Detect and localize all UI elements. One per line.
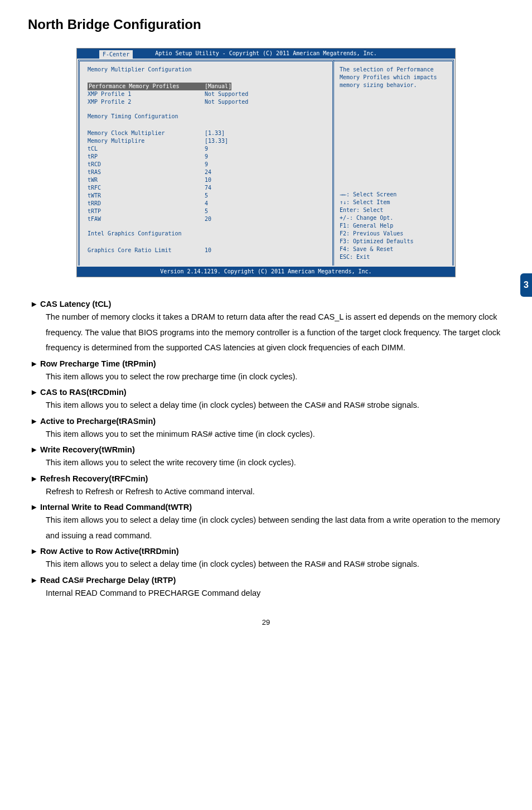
bios-tab-fcenter[interactable]: F-Center [99, 50, 133, 59]
bios-value: 10 [205, 176, 211, 184]
bios-label: Memory Multiplire [88, 137, 205, 145]
bios-value: 9 [205, 161, 208, 168]
bios-value: 9 [205, 145, 208, 153]
bios-header: Aptio Setup Utility - Copyright (C) 2011… [77, 49, 455, 59]
doc-text: This item allows you to select the row p… [46, 369, 504, 385]
bios-value: 74 [205, 184, 211, 192]
bios-label: tRFC [88, 184, 205, 192]
bios-row[interactable]: Memory Clock Multiplier[1.33] [88, 129, 328, 137]
bios-help-description: The selection of Performance Memory Prof… [340, 66, 448, 89]
bios-row[interactable]: tRCD9 [88, 161, 328, 168]
bios-header-text: Aptio Setup Utility - Copyright (C) 2011… [155, 50, 376, 56]
arrow-icon: ► [30, 474, 40, 483]
bios-footer: Version 2.14.1219. Copyright (C) 2011 Am… [77, 267, 455, 277]
bios-label: tCL [88, 145, 205, 153]
doc-heading: ►Row Active to Row Active(tRRDmin) [30, 547, 504, 556]
bios-row-xmp2[interactable]: XMP Profile 2 Not Supported [88, 98, 328, 106]
doc-text: Internal READ Command to PRECHARGE Comma… [46, 586, 504, 601]
bios-label: tWTR [88, 192, 205, 200]
bios-label: XMP Profile 1 [88, 90, 205, 98]
doc-heading: ►Active to Precharge(tRASmin) [30, 417, 504, 426]
arrow-icon: ► [30, 445, 40, 454]
help-key: →←: Select Screen [340, 191, 448, 199]
bios-window: Aptio Setup Utility - Copyright (C) 2011… [76, 48, 456, 277]
bios-value: 5 [205, 192, 208, 200]
bios-help-keys: →←: Select Screen ↑↓: Select Item Enter:… [340, 191, 448, 261]
doc-list: ►CAS Latency (tCL)The number of memory c… [28, 300, 504, 601]
bios-row[interactable]: tRFC74 [88, 184, 328, 192]
bios-row[interactable]: Memory Multiplire[13.33] [88, 137, 328, 145]
doc-heading: ►Internal Write to Read Command(tWTR) [30, 503, 504, 512]
arrow-icon: ► [30, 547, 40, 556]
help-key: F2: Previous Values [340, 230, 448, 238]
bios-label: tWR [88, 176, 205, 184]
bios-label: tRRD [88, 200, 205, 208]
bios-label: Performance Memory Profiles [88, 83, 205, 90]
bios-label: XMP Profile 2 [88, 98, 205, 106]
doc-text: This item allows you to select a delay t… [46, 398, 504, 413]
bios-label: tRCD [88, 161, 205, 168]
arrow-icon: ► [30, 503, 40, 512]
help-key: Enter: Select [340, 206, 448, 214]
bios-row[interactable]: tFAW20 [88, 215, 328, 223]
bios-value: 10 [205, 247, 211, 254]
bios-value: [1.33] [205, 129, 225, 137]
bios-value: 9 [205, 153, 208, 161]
bios-row[interactable]: tCL9 [88, 145, 328, 153]
bios-section-memory-timing: Memory Timing Configuration [88, 113, 328, 120]
bios-row[interactable]: tRP9 [88, 153, 328, 161]
bios-row-xmp1[interactable]: XMP Profile 1 Not Supported [88, 90, 328, 98]
bios-label: Memory Clock Multiplier [88, 129, 205, 137]
arrow-icon: ► [30, 300, 40, 308]
doc-heading: ►Write Recovery(tWRmin) [30, 445, 504, 454]
bios-value: Not Supported [205, 90, 248, 98]
doc-heading: ►Row Precharge Time (tRPmin) [30, 359, 504, 368]
doc-heading: ►CAS Latency (tCL) [30, 300, 504, 308]
bios-label: tRTP [88, 208, 205, 215]
arrow-icon: ► [30, 388, 40, 397]
bios-label: Graphics Core Ratio Limit [88, 247, 205, 254]
bios-row-performance-profiles[interactable]: Performance Memory Profiles [Manual] [88, 83, 328, 90]
doc-heading: ►Refresh Recovery(tRFCmin) [30, 474, 504, 483]
doc-text: This item allows you to select the write… [46, 455, 504, 471]
bios-section-intel-graphics: Intel Graphics Configuration [88, 230, 328, 238]
doc-text: This item allows you to select a delay t… [46, 513, 504, 543]
bios-row-graphics-core-ratio[interactable]: Graphics Core Ratio Limit 10 [88, 247, 328, 254]
bios-row[interactable]: tRAS24 [88, 168, 328, 176]
bios-section-memory-multiplier: Memory Multiplier Configuration [88, 66, 328, 74]
doc-text: The number of memory clocks it takes a D… [46, 310, 504, 356]
help-key: F4: Save & Reset [340, 245, 448, 253]
bios-row[interactable]: tWR10 [88, 176, 328, 184]
help-key: +/-: Change Opt. [340, 214, 448, 222]
bios-label: tRP [88, 153, 205, 161]
page-number: 29 [28, 618, 504, 626]
bios-row[interactable]: tWTR5 [88, 192, 328, 200]
doc-text: This item allows you to select a delay t… [46, 557, 504, 572]
bios-value: 20 [205, 215, 211, 223]
doc-heading: ►Read CAS# Precharge Delay (tRTP) [30, 576, 504, 585]
bios-value: [13.33] [205, 137, 228, 145]
arrow-icon: ► [30, 359, 40, 368]
bios-value: 4 [205, 200, 208, 208]
doc-text: This item allows you to set the minimum … [46, 427, 504, 442]
page-title: North Bridge Configuration [28, 17, 504, 32]
bios-label: tRAS [88, 168, 205, 176]
arrow-icon: ► [30, 576, 40, 585]
doc-heading: ►CAS to RAS(tRCDmin) [30, 388, 504, 397]
bios-row[interactable]: tRRD4 [88, 200, 328, 208]
doc-text: Refresh to Refresh or Refresh to Active … [46, 484, 504, 500]
bios-main-panel: Memory Multiplier Configuration Performa… [78, 60, 334, 266]
help-key: F3: Optimized Defaults [340, 238, 448, 245]
help-key: ↑↓: Select Item [340, 199, 448, 206]
arrow-icon: ► [30, 417, 40, 426]
help-key: F1: General Help [340, 222, 448, 230]
chapter-tab: 3 [520, 273, 532, 297]
bios-value: 5 [205, 208, 208, 215]
bios-value: 24 [205, 168, 211, 176]
help-key: ESC: Exit [340, 253, 448, 261]
bios-label: tFAW [88, 215, 205, 223]
bios-value: [Manual] [205, 83, 231, 90]
bios-row[interactable]: tRTP5 [88, 208, 328, 215]
bios-help-panel: The selection of Performance Memory Prof… [334, 60, 454, 266]
bios-value: Not Supported [205, 98, 248, 106]
